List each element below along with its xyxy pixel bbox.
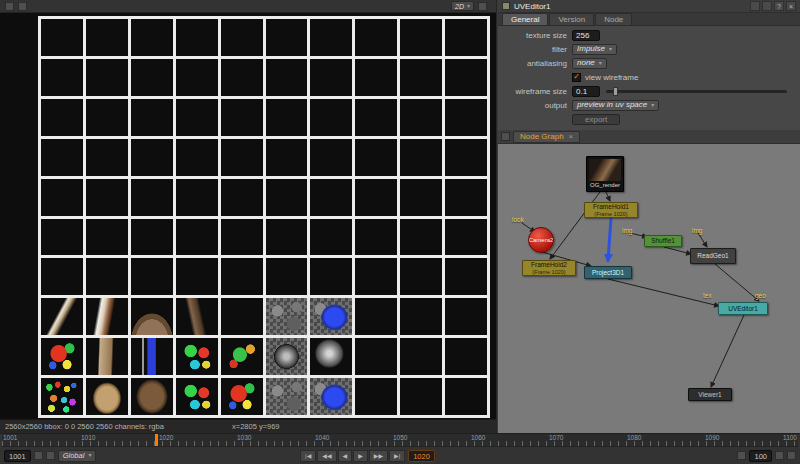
node-graph-panel: Node Graph × OG_renderFrameHold1(Frame 1… [498,130,800,433]
wireframe-size-label: wireframe size [503,87,567,96]
view-mode-select[interactable]: 2D ▾ [451,1,474,11]
uv-cell [131,258,173,295]
node-label: Camera2 [529,237,554,244]
playhead[interactable] [155,434,158,446]
uv-cell [400,99,442,136]
tab-version[interactable]: Version [549,13,594,25]
uv-cell [400,378,442,415]
uv-cell [176,99,218,136]
transport-button[interactable]: ▶| [389,450,405,462]
uv-cell [221,59,263,96]
sync-icon[interactable] [787,451,796,460]
current-frame-input[interactable]: 1020 [408,450,435,462]
node-label: FrameHold2 [531,261,567,268]
uv-thumbnail-blue-strip [131,338,173,375]
ruler-tick-label: 1100 [783,434,797,441]
properties-tabs: General Version Node [498,13,800,26]
uv-thumbnail-sphere-noise [266,338,308,375]
range-start-input[interactable]: 1001 [4,450,31,462]
output-select[interactable]: preview in uv space ▾ [572,100,659,111]
uv-cell [400,139,442,176]
filter-value: Impulse [577,44,605,54]
uv-cell [310,19,352,56]
properties-header: UVEditor1 ? × [498,0,800,13]
texture-size-input[interactable]: 256 [572,30,600,41]
uv-thumbnail-noise-blue [310,298,352,335]
playback-mode-icon[interactable] [737,451,746,460]
uv-thumbnail-brown-blob [131,378,173,415]
node-FrameHold1[interactable]: FrameHold1(Frame 1020) [584,202,638,218]
frame-range-icon[interactable] [46,451,55,460]
timeline-ruler[interactable]: 1001101010201030104010501060107010801090… [2,434,798,447]
node-graph-canvas[interactable]: OG_renderFrameHold1(Frame 1020)Camera2Sh… [498,144,800,433]
uv-cell [266,219,308,256]
node-Shuffle1[interactable]: Shuffle1 [644,235,682,247]
float-panel-icon[interactable] [762,1,772,11]
range-mode-select[interactable]: Global ▾ [58,450,97,462]
uv-thumbnail-white-brown [86,298,128,335]
uv-cell [445,219,487,256]
slider-handle[interactable] [613,87,618,96]
uv-cell [131,99,173,136]
filter-select[interactable]: Impulse ▾ [572,44,617,55]
export-button[interactable]: export [572,114,620,125]
uv-cell [221,19,263,56]
tab-node-graph[interactable]: Node Graph × [513,131,580,143]
uv-cell [131,139,173,176]
tab-node[interactable]: Node [595,13,632,25]
antialiasing-select[interactable]: none ▾ [572,58,607,69]
viewer-canvas[interactable] [0,13,496,419]
viewer-settings-icon[interactable] [478,2,487,11]
node-Camera2[interactable]: Camera2 [528,227,554,253]
node-color-swatch[interactable] [502,2,510,10]
chevron-down-icon: ▾ [609,44,612,54]
fps-input[interactable]: 100 [749,450,772,462]
node-Project3D1[interactable]: Project3D1 [584,266,632,279]
node-FrameHold2[interactable]: FrameHold2(Frame 1020) [522,260,576,276]
frame-range-lock-icon[interactable] [34,451,43,460]
node-ReadGeo1[interactable]: ReadGeo1 [690,248,736,264]
wireframe-size-input[interactable]: 0.1 [572,86,600,97]
ruler-tick-label: 1050 [393,434,407,441]
node-UVEditor1[interactable]: UVEditor1 [718,302,768,315]
help-icon[interactable]: ? [774,1,784,11]
transport-button[interactable]: ◀ [338,450,353,462]
fullscreen-icon[interactable] [775,451,784,460]
uv-cell [176,179,218,216]
uv-thumbnail-tan-strip [86,338,128,375]
viewer-layout-icon[interactable] [5,2,14,11]
uv-cell [310,139,352,176]
check-icon: ✓ [573,73,580,81]
uv-cell [176,59,218,96]
viewer-channels-icon[interactable] [18,2,27,11]
transport-button[interactable]: ▶▶ [369,450,388,462]
node-Viewer1[interactable]: Viewer1 [688,388,732,401]
output-value: preview in uv space [577,100,647,110]
antialiasing-value: none [577,58,595,68]
texture-size-label: texture size [503,31,567,40]
tab-close-icon[interactable]: × [569,132,574,141]
node-wires[interactable] [498,144,800,433]
uv-cell [41,258,83,295]
node-OG_render[interactable]: OG_render [586,156,624,192]
close-icon[interactable]: × [786,1,796,11]
uv-thumbnail-uv-multi [176,338,218,375]
panel-menu-icon[interactable] [501,132,510,141]
uv-cell [445,298,487,335]
uv-cell [400,298,442,335]
node-label: FrameHold1 [593,203,629,210]
uv-cell [221,179,263,216]
uv-cell [310,219,352,256]
center-panel-icon[interactable] [750,1,760,11]
uv-cell [41,219,83,256]
image-info-text: 2560x2560 bbox: 0 0 2560 2560 channels: … [5,422,164,431]
transport-button[interactable]: ▶ [353,450,368,462]
wireframe-size-slider[interactable] [606,90,787,93]
transport-button[interactable]: |◀ [300,450,316,462]
node-label: UVEditor1 [728,305,758,312]
tab-general[interactable]: General [502,13,548,25]
view-wireframe-checkbox[interactable]: ✓ [572,73,581,82]
transport-button[interactable]: ◀◀ [317,450,336,462]
wire-label-img: img [622,227,632,234]
uv-cell [310,59,352,96]
